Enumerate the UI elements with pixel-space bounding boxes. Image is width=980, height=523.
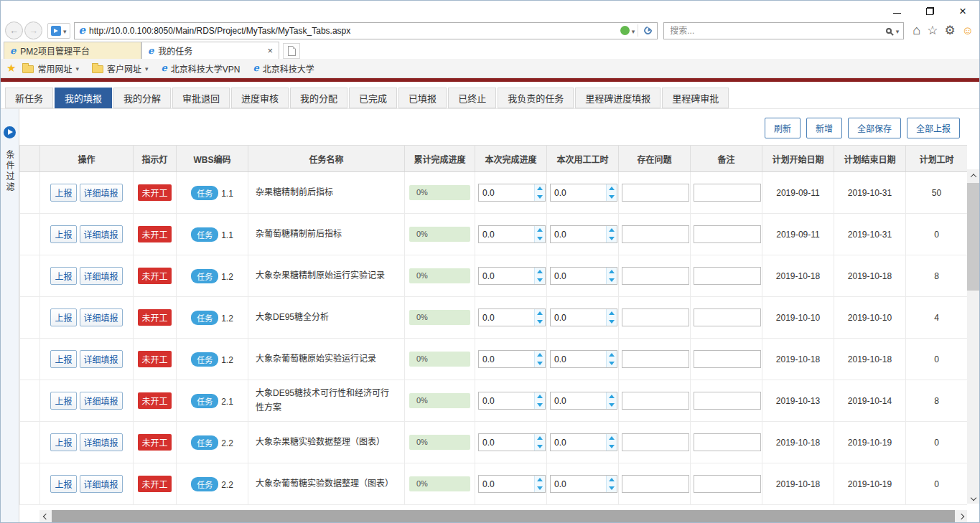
quick-access-button[interactable]: [47, 23, 70, 39]
row-selector-cell[interactable]: [20, 339, 40, 380]
home-icon[interactable]: [913, 23, 920, 38]
spin-up-icon[interactable]: [535, 434, 545, 443]
spin-up-icon[interactable]: [535, 476, 545, 484]
report-button[interactable]: 上报: [50, 350, 76, 368]
back-button[interactable]: [5, 22, 23, 39]
note-input[interactable]: [694, 184, 761, 202]
address-bar[interactable]: [74, 22, 658, 39]
note-input[interactable]: [694, 350, 761, 368]
restore-button[interactable]: [913, 1, 946, 21]
spin-down-icon[interactable]: [607, 193, 617, 202]
spin-up-icon[interactable]: [535, 226, 545, 235]
filter-panel-toggle[interactable]: 条件过滤: [1, 109, 19, 522]
tab-my-responsible[interactable]: 我负责的任务: [498, 88, 574, 108]
scroll-right-button[interactable]: [955, 510, 967, 522]
spin-up-icon[interactable]: [607, 476, 617, 484]
tab-my-assignment[interactable]: 我的分配: [290, 88, 347, 108]
note-input[interactable]: [694, 475, 761, 493]
spin-up-icon[interactable]: [535, 309, 545, 318]
spin-up-icon[interactable]: [535, 184, 545, 193]
spin-down-icon[interactable]: [607, 276, 617, 285]
spin-down-icon[interactable]: [607, 318, 617, 326]
note-input[interactable]: [694, 308, 761, 326]
note-input[interactable]: [694, 225, 761, 243]
refresh-button[interactable]: [641, 27, 655, 34]
row-selector-cell[interactable]: [20, 214, 40, 255]
detail-report-button[interactable]: 详细填报: [80, 308, 123, 326]
detail-report-button[interactable]: 详细填报: [80, 267, 123, 285]
url-input[interactable]: [85, 26, 620, 36]
spin-up-icon[interactable]: [607, 184, 617, 193]
search-icon[interactable]: [886, 28, 892, 34]
spin-up-icon[interactable]: [607, 351, 617, 359]
address-dropdown-icon[interactable]: [632, 26, 635, 36]
row-selector-cell[interactable]: [20, 380, 40, 422]
report-button[interactable]: 上报: [50, 267, 76, 285]
spin-up-icon[interactable]: [535, 392, 545, 401]
detail-report-button[interactable]: 详细填报: [80, 392, 123, 410]
search-dropdown-icon[interactable]: [896, 26, 900, 36]
spin-down-icon[interactable]: [535, 318, 545, 326]
search-box[interactable]: [663, 22, 904, 39]
spin-up-icon[interactable]: [535, 268, 545, 276]
spin-up-icon[interactable]: [607, 309, 617, 318]
spin-up-icon[interactable]: [607, 434, 617, 443]
new-tab-button[interactable]: [283, 43, 300, 59]
detail-report-button[interactable]: 详细填报: [80, 433, 123, 451]
tab-milestone-progress[interactable]: 里程碑进度填报: [575, 88, 661, 108]
spin-down-icon[interactable]: [535, 484, 545, 493]
spin-down-icon[interactable]: [607, 359, 617, 368]
report-button[interactable]: 上报: [50, 184, 76, 202]
note-input[interactable]: [694, 392, 761, 410]
spin-up-icon[interactable]: [607, 226, 617, 235]
favorites-icon[interactable]: [927, 23, 938, 38]
spin-down-icon[interactable]: [607, 401, 617, 410]
issue-input[interactable]: [622, 433, 689, 451]
detail-report-button[interactable]: 详细填报: [80, 184, 123, 202]
spin-down-icon[interactable]: [535, 401, 545, 410]
issue-input[interactable]: [622, 267, 689, 285]
tab-terminated[interactable]: 已终止: [448, 88, 496, 108]
row-selector-cell[interactable]: [20, 297, 40, 339]
scroll-down-button[interactable]: [967, 491, 979, 504]
row-selector-cell[interactable]: [20, 255, 40, 297]
submit-all-button[interactable]: 全部上报: [907, 118, 960, 138]
browser-tab-pm2[interactable]: PM2项目管理平台: [4, 42, 141, 59]
spin-down-icon[interactable]: [535, 443, 545, 451]
favorite-link-vpn[interactable]: 北京科技大学VPN: [155, 60, 247, 76]
close-button[interactable]: [946, 1, 979, 21]
tab-close-icon[interactable]: [267, 45, 273, 56]
scroll-left-button[interactable]: [39, 510, 52, 522]
tab-my-decompose[interactable]: 我的分解: [113, 88, 171, 108]
search-input[interactable]: [668, 25, 885, 37]
note-input[interactable]: [694, 267, 761, 285]
spin-up-icon[interactable]: [535, 351, 545, 359]
feedback-smiley-icon[interactable]: [962, 24, 974, 37]
issue-input[interactable]: [622, 225, 689, 243]
report-button[interactable]: 上报: [50, 308, 76, 326]
vertical-scroll-track[interactable]: [967, 182, 979, 491]
spin-down-icon[interactable]: [607, 443, 617, 451]
refresh-grid-button[interactable]: 刷新: [765, 118, 801, 138]
horizontal-scrollbar[interactable]: [39, 510, 967, 522]
tab-filled[interactable]: 已填报: [398, 88, 447, 108]
vertical-scroll-thumb[interactable]: [967, 183, 979, 291]
spin-down-icon[interactable]: [535, 276, 545, 285]
spin-up-icon[interactable]: [607, 392, 617, 401]
favorite-link-ustb[interactable]: 北京科技大学: [247, 60, 321, 76]
spin-down-icon[interactable]: [607, 235, 617, 243]
note-input[interactable]: [694, 433, 761, 451]
spin-down-icon[interactable]: [607, 484, 617, 493]
detail-report-button[interactable]: 详细填报: [80, 475, 123, 493]
tab-milestone-approval[interactable]: 里程碑审批: [662, 88, 729, 108]
spin-up-icon[interactable]: [607, 268, 617, 276]
favorite-folder-customer[interactable]: 客户网址: [85, 60, 155, 76]
tab-progress-review[interactable]: 进度审核: [231, 88, 289, 108]
row-selector-cell[interactable]: [20, 463, 40, 505]
vertical-scrollbar[interactable]: [967, 109, 979, 522]
tab-new-task[interactable]: 新任务: [5, 88, 53, 108]
spin-down-icon[interactable]: [535, 193, 545, 202]
horizontal-scroll-thumb[interactable]: [52, 510, 955, 522]
add-button[interactable]: 新增: [806, 118, 842, 138]
forward-button[interactable]: [24, 22, 42, 39]
